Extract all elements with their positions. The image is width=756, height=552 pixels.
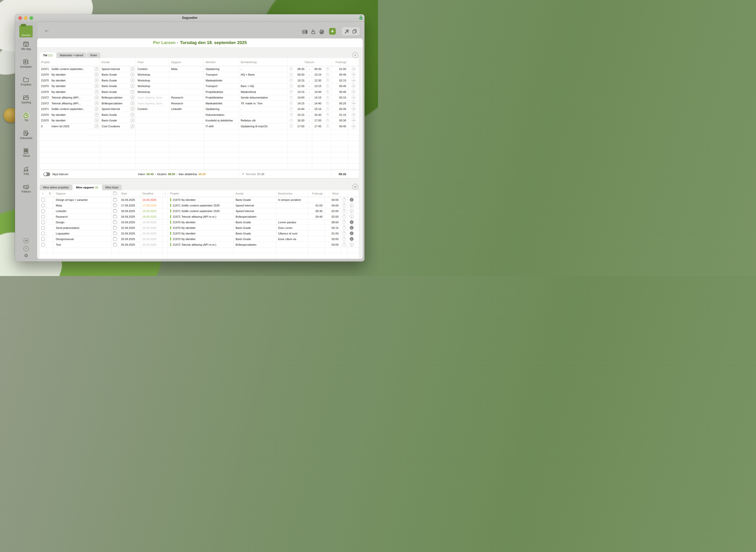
ellipsis-menu-icon[interactable]: ••• — [352, 124, 356, 128]
ellipsis-menu-icon[interactable]: ••• — [352, 67, 356, 71]
window-titlebar[interactable]: Dagsedler — [15, 14, 365, 22]
sidebar-item-samling[interactable]: Samling — [15, 94, 37, 109]
normtid[interactable]: ✎ Normtid07:30 — [239, 170, 332, 178]
tab-tid[interactable]: Tid(11) — [40, 52, 56, 58]
col-sort-icon[interactable]: ⇅ — [46, 190, 53, 197]
task-row[interactable]: Meta 17.09.2025 17.09.2025 21971SoMe con… — [40, 203, 359, 208]
version-badge[interactable]: v3 — [15, 238, 37, 243]
tools-icon[interactable] — [344, 28, 350, 34]
settings-gear-icon[interactable]: ⚙ — [15, 253, 37, 258]
time-entry-row[interactable]: 0Intern tid 2025↗ Cool Creatives↗ IT-dri… — [40, 124, 359, 129]
task-checkbox[interactable] — [41, 204, 45, 207]
ellipsis-menu-icon[interactable]: ••• — [352, 101, 356, 105]
time-entry-row[interactable]: 21971SoMe content september...↗ Speed In… — [40, 66, 359, 72]
task-checkbox[interactable] — [41, 232, 45, 235]
open-customer-icon[interactable]: ↗ — [131, 113, 134, 117]
col-deadline[interactable]: Deadline — [141, 190, 163, 197]
info-icon[interactable]: i — [350, 237, 354, 241]
info-icon[interactable]: i — [350, 209, 354, 213]
start-timer-icon[interactable] — [342, 226, 346, 230]
help-button[interactable]: ? — [15, 246, 37, 251]
open-customer-icon[interactable]: ↗ — [131, 107, 134, 111]
sidebar-item-min-dag[interactable]: 31 Min dag — [15, 41, 37, 55]
col-opgave[interactable]: Opgave — [53, 190, 112, 197]
col-folder-icon[interactable] — [112, 190, 119, 197]
time-entry-row[interactable]: 21970Ny identitet↗ Barto Grade↗ Kundetid… — [40, 118, 359, 124]
info-icon[interactable]: i — [350, 198, 354, 201]
hide-timespan-toggle[interactable] — [43, 172, 50, 176]
ellipsis-menu-icon[interactable]: ••• — [352, 118, 356, 123]
task-row[interactable]: Send præsentation 22.09.2025 22.09.2025 … — [40, 225, 359, 231]
open-customer-icon[interactable]: ↗ — [131, 67, 134, 71]
time-entry-row[interactable]: 21970Ny identitet↗ Barto Grade↗ Dokument… — [40, 112, 359, 118]
col-kunde[interactable]: Kunde — [100, 58, 136, 66]
ellipsis-menu-icon[interactable]: ••• — [352, 113, 356, 117]
info-icon[interactable]: i — [350, 220, 354, 224]
open-customer-icon[interactable]: ↗ — [131, 79, 134, 82]
sidebar-item-kontakter[interactable]: Kontakter — [15, 58, 37, 73]
info-icon[interactable]: i — [350, 203, 354, 207]
sidebar-item-dokument[interactable]: Dokument — [15, 130, 37, 144]
task-checkbox[interactable] — [41, 243, 45, 247]
time-entry-row[interactable]: 21970Ny identitet↗ Barto Grade↗ Workshop… — [40, 72, 359, 78]
ellipsis-menu-icon[interactable]: ••• — [352, 90, 356, 94]
ellipsis-menu-icon[interactable]: ••• — [352, 84, 356, 88]
info-icon[interactable]: i — [350, 243, 354, 247]
col-bemaerkning[interactable]: Bemærkning — [239, 58, 287, 66]
col-projekt[interactable]: Projekt — [40, 58, 100, 66]
open-customer-icon[interactable]: ↗ — [131, 102, 134, 105]
time-entry-row[interactable]: 21972Teknisk afklaring (API...↗ Brillesp… — [40, 101, 359, 107]
col-beskrivelse[interactable]: Beskrivelse — [276, 190, 308, 197]
task-row[interactable]: Designmanual 25.09.2025 25.09.2025 21970… — [40, 236, 359, 242]
sidebar-item-tilbud[interactable]: Tilbud — [15, 148, 37, 162]
open-customer-icon[interactable]: ↗ — [131, 125, 134, 128]
start-timer-icon[interactable] — [342, 215, 346, 219]
task-row[interactable]: Logopakke 23.09.2025 23.09.2025 21970Ny … — [40, 231, 359, 236]
open-project-icon[interactable]: ↗ — [95, 79, 98, 82]
open-project-icon[interactable]: ↗ — [95, 90, 98, 94]
col-forbrugt[interactable]: Forbrugt — [308, 190, 325, 197]
ellipsis-menu-icon[interactable]: ••• — [352, 79, 356, 83]
open-project-icon[interactable]: ↗ — [95, 125, 98, 128]
sidebar-item-faktura[interactable]: $ Faktura — [15, 183, 37, 197]
start-timer-icon[interactable] — [342, 204, 346, 207]
task-row[interactable]: Research 18.09.2025 18.09.2025 21972Tekn… — [40, 214, 359, 220]
sidebar-item-projekter[interactable]: Projekter — [15, 77, 37, 91]
open-customer-icon[interactable]: ↗ — [131, 90, 134, 94]
task-row[interactable]: Test 25.09.2025 25.09.2025 21972Teknisk … — [40, 242, 359, 248]
ellipsis-menu-icon[interactable]: ••• — [352, 96, 356, 100]
task-checkbox[interactable] — [41, 198, 45, 201]
task-checkbox[interactable] — [41, 221, 45, 224]
unlock-icon[interactable] — [310, 28, 317, 35]
time-entry-row[interactable]: 21970Ny identitet↗ Barto Grade↗ Workshop… — [40, 89, 359, 95]
task-checkbox[interactable] — [41, 237, 45, 241]
tab-noter[interactable]: Noter — [87, 52, 100, 58]
col-aktivitet[interactable]: Aktivitet — [204, 58, 239, 66]
sidebar-item-salg[interactable]: Salg — [15, 165, 37, 180]
open-project-icon[interactable]: ↗ — [95, 73, 98, 77]
col-star-icon[interactable]: ☆ — [163, 190, 168, 197]
open-project-icon[interactable]: ↗ — [95, 67, 98, 71]
time-entry-row[interactable]: 21970Ny identitet↗ Barto Grade↗ Workshop… — [40, 84, 359, 89]
col-kunde[interactable]: Kunde — [234, 190, 276, 197]
tab-mine-faser[interactable]: Mine faser — [102, 184, 122, 190]
task-row[interactable]: LinkedIn 18.09.2025 18.09.2025 21971SoMe… — [40, 208, 359, 214]
start-timer-icon[interactable] — [342, 243, 346, 247]
start-timer-icon[interactable] — [342, 237, 346, 241]
info-icon[interactable]: i — [350, 215, 354, 219]
col-start[interactable]: Start — [119, 190, 141, 197]
time-entry-row[interactable]: 21971SoMe content september...↗ Speed In… — [40, 107, 359, 112]
tab-materialer-kørsel[interactable]: Materialer + kørsel — [56, 52, 86, 58]
open-project-icon[interactable]: ↗ — [95, 107, 98, 111]
col-tidsrum[interactable]: Tidsrum — [287, 58, 332, 66]
time-entry-row[interactable]: 21970Ny identitet↗ Barto Grade↗ Workshop… — [40, 78, 359, 84]
col-forbrugt[interactable]: Forbrugt — [332, 58, 348, 66]
tab-mine-aktive-projekter[interactable]: Mine aktive projekter — [40, 184, 72, 190]
copy-icon[interactable] — [352, 28, 357, 34]
open-customer-icon[interactable]: ↗ — [131, 84, 134, 88]
task-checkbox[interactable] — [41, 215, 45, 219]
info-icon[interactable]: i — [350, 232, 354, 235]
task-row[interactable]: Design af logo + varianter 16.09.2025 16… — [40, 197, 359, 203]
print-icon[interactable] — [319, 28, 325, 35]
time-entry-row[interactable]: 21972Teknisk afklaring (API...↗ Brillesp… — [40, 95, 359, 101]
